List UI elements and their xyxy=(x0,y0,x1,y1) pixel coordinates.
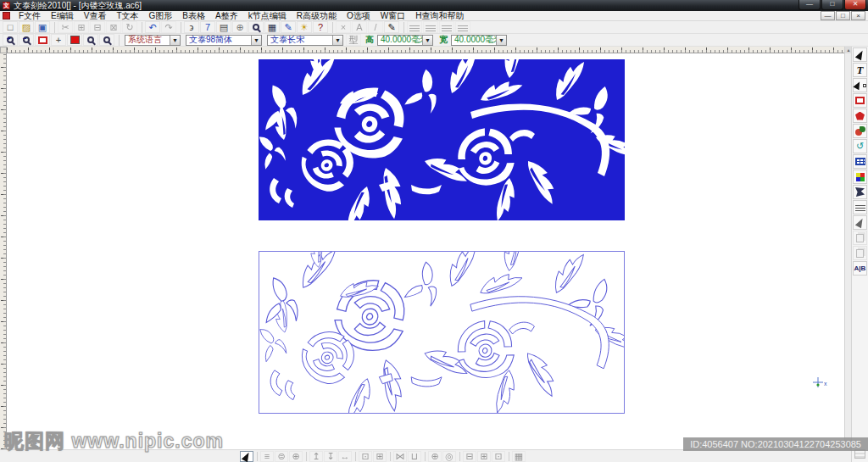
menu-6[interactable]: B表格 xyxy=(177,11,210,21)
menu-12[interactable]: H查询和帮助 xyxy=(410,11,469,21)
node-join-button[interactable]: ↔ xyxy=(338,451,352,462)
align-c-button[interactable] xyxy=(439,21,454,33)
text-tool-button[interactable]: T xyxy=(853,63,867,77)
mirror-button[interactable]: 7 xyxy=(200,21,215,33)
rect-tool-button[interactable] xyxy=(853,93,867,108)
zoom-selected-button[interactable] xyxy=(99,34,114,46)
shape-tool-button[interactable] xyxy=(853,109,867,123)
node-add-button[interactable]: ⊕ xyxy=(289,451,303,462)
tips-button[interactable]: ☀ xyxy=(297,21,312,33)
pick-tool-button[interactable] xyxy=(853,215,867,230)
fill-tool-button[interactable] xyxy=(853,185,867,199)
chevron-down-icon[interactable]: ▼ xyxy=(332,36,342,45)
minimize-button[interactable]: — xyxy=(798,0,821,10)
type-button[interactable]: 型 xyxy=(346,34,361,46)
node-square-button[interactable]: ⊡ xyxy=(492,451,505,462)
print-button[interactable]: ▤ xyxy=(216,21,231,33)
wireframe-outline-panel[interactable] xyxy=(259,251,625,414)
align-b-button[interactable] xyxy=(423,21,438,33)
menu-8[interactable]: k节点编辑 xyxy=(243,11,292,21)
italic-button[interactable]: / xyxy=(368,21,383,33)
new-button[interactable]: □ xyxy=(3,21,18,33)
zoom-window-button[interactable] xyxy=(35,34,50,46)
pen-button[interactable]: ✎ xyxy=(281,21,296,33)
help-button[interactable]: ? xyxy=(313,21,328,33)
node-mirror-v-button[interactable]: ⊔ xyxy=(408,451,421,462)
align-a-button[interactable] xyxy=(407,21,422,33)
chevron-down-icon[interactable]: ▼ xyxy=(422,36,432,45)
output-button[interactable]: ⊕ xyxy=(232,21,248,33)
pan-button[interactable]: + xyxy=(51,34,66,46)
node-circle-button[interactable]: ◎ xyxy=(442,451,456,462)
node-select-button[interactable] xyxy=(240,451,253,462)
cut-button[interactable]: ✂ xyxy=(58,21,73,33)
align-d-button[interactable] xyxy=(455,21,470,33)
zoom-in-button[interactable]: + xyxy=(3,34,18,46)
chevron-down-icon[interactable]: ▼ xyxy=(251,36,261,45)
menu-7[interactable]: A整齐 xyxy=(210,11,243,21)
menu-11[interactable]: W窗口 xyxy=(376,11,410,21)
node-round-button[interactable]: ⊕ xyxy=(428,451,442,462)
node-up-button[interactable]: ↥ xyxy=(309,451,323,462)
node-break-button[interactable]: ⊡ xyxy=(359,451,372,462)
separator xyxy=(329,22,333,33)
zoom-out-button[interactable]: − xyxy=(19,34,34,46)
color-tool-button[interactable] xyxy=(853,170,867,184)
node-grid-button[interactable]: ▦ xyxy=(512,451,526,462)
ungroup-tool-button[interactable] xyxy=(853,246,867,260)
select-tool-button[interactable] xyxy=(853,47,867,62)
zoom-all-button[interactable] xyxy=(83,34,98,46)
menu-3[interactable]: V查看 xyxy=(79,11,112,21)
mdi-restore-button[interactable]: □ xyxy=(836,11,850,20)
node-expand-button[interactable]: ⊞ xyxy=(477,451,491,462)
text-attribute-button[interactable]: A xyxy=(352,21,367,33)
paste-special-button[interactable]: ⊠ xyxy=(106,21,121,33)
blue-stencil-panel[interactable] xyxy=(259,59,625,220)
node-align-left-button[interactable]: ≡ xyxy=(260,451,274,462)
weld-button[interactable]: × xyxy=(336,21,351,33)
undo-button[interactable]: ↶ xyxy=(145,21,160,33)
copy-button[interactable]: ⊞ xyxy=(74,21,89,33)
fill-color-button[interactable] xyxy=(67,34,82,46)
node-edit-tool-button[interactable] xyxy=(853,78,867,92)
font-style-select[interactable]: 文泰98简体 ▼ xyxy=(186,35,262,46)
menu-2[interactable]: E编辑 xyxy=(46,11,79,21)
repeat-button[interactable]: ↻ xyxy=(122,21,137,33)
redo-button[interactable]: ↷ xyxy=(161,21,176,33)
height-input[interactable]: 40.0000毫米 ▼ xyxy=(377,35,433,46)
chevron-down-icon[interactable]: ▼ xyxy=(170,36,180,45)
align-tool-button[interactable] xyxy=(853,200,867,214)
paste-button[interactable]: ⊟ xyxy=(90,21,105,33)
maximize-button[interactable]: □ xyxy=(821,0,843,10)
menu-4[interactable]: T文本 xyxy=(111,11,143,21)
image-button[interactable]: ▦ xyxy=(264,21,280,33)
chevron-down-icon[interactable]: ▼ xyxy=(496,36,506,45)
menu-10[interactable]: O选项 xyxy=(342,11,376,21)
kerning-tool-button[interactable]: A|B xyxy=(853,261,867,276)
width-input[interactable]: 40.0000毫米 ▼ xyxy=(451,35,507,46)
app-window: 文 文泰刻绘2010[] - [内镂空玫瑰.ac6] — □ ✕ F文件E编辑V… xyxy=(0,0,868,462)
clipart-tool-button[interactable] xyxy=(853,124,867,138)
menu-9[interactable]: R高级功能 xyxy=(292,11,342,21)
save-button[interactable]: ▣ xyxy=(35,21,50,33)
node-mirror-h-button[interactable]: ⋈ xyxy=(393,451,407,462)
node-reduce-button[interactable]: ⊟ xyxy=(463,451,476,462)
preview-button[interactable] xyxy=(248,21,264,33)
effect-tool-button[interactable]: ↺ xyxy=(853,139,867,153)
mdi-minimize-button[interactable]: — xyxy=(821,11,835,20)
font-face-select[interactable]: 文泰长宋 ▼ xyxy=(267,35,343,46)
open-button[interactable]: ▨ xyxy=(19,21,34,33)
node-align-center-button[interactable]: ⊜ xyxy=(275,451,288,462)
menu-1[interactable]: F文件 xyxy=(14,11,46,21)
group-tool-button[interactable] xyxy=(853,231,867,245)
language-select[interactable]: 系统语言 ▼ xyxy=(125,35,181,46)
vertical-scrollbar[interactable]: ▲ ▼ xyxy=(844,47,851,449)
close-button[interactable]: ✕ xyxy=(844,0,866,10)
menu-5[interactable]: G图形 xyxy=(144,11,178,21)
to-curve-button[interactable]: ϶ xyxy=(184,21,199,33)
node-merge-button[interactable]: ⊞ xyxy=(373,451,387,462)
mdi-close-button[interactable]: × xyxy=(851,11,865,20)
node-down-button[interactable]: ↧ xyxy=(324,451,337,462)
node-pen-button[interactable]: ✎ xyxy=(384,21,399,33)
table-tool-button[interactable] xyxy=(853,154,867,169)
